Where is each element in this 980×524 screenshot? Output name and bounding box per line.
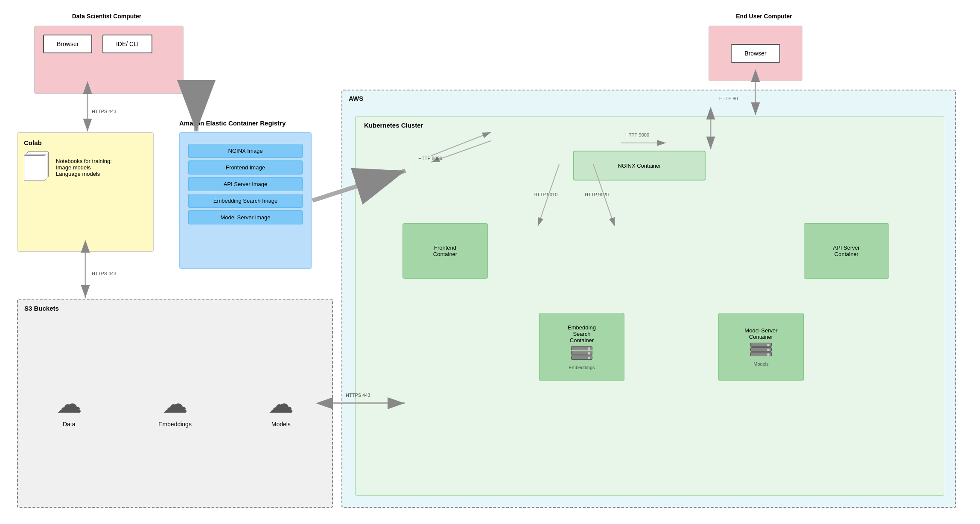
s3-models-label: Models xyxy=(268,421,294,428)
https-443-s3-label: HTTPS 443 xyxy=(346,393,370,398)
api-server-container: API Server Container xyxy=(804,223,889,279)
data-scientist-label: Data Scientist Computer xyxy=(51,13,162,20)
http-9010-label: HTTP 9010 xyxy=(534,192,557,197)
s3-buckets: ☁ Data ☁ Embeddings ☁ Models xyxy=(18,325,332,491)
s3-region: S3 Buckets ☁ Data ☁ Embeddings ☁ Models xyxy=(17,299,333,508)
embedding-container: Embedding Search Container Embeddings xyxy=(539,313,624,381)
aws-region: AWS Kubernetes Cluster NGINX Container F… xyxy=(341,90,956,508)
ecr-label: Amazon Elastic Container Registry xyxy=(179,119,286,127)
s3-embeddings: ☁ Embeddings xyxy=(158,389,192,428)
models-storage-label: Models xyxy=(753,361,768,367)
end-user-label: End User Computer xyxy=(709,13,820,20)
embedding-container-label: Embedding Search Container xyxy=(568,324,596,344)
end-user-computer-box: Browser xyxy=(709,26,802,81)
k8s-label: Kubernetes Cluster xyxy=(364,122,423,129)
model-server-container-label: Model Server Container xyxy=(744,327,777,340)
diagram-container: Data Scientist Computer Browser IDE/ CLI… xyxy=(0,0,980,524)
model-server-icon xyxy=(750,342,772,359)
s3-label: S3 Buckets xyxy=(24,305,59,312)
data-scientist-computer-box: Browser IDE/ CLI xyxy=(34,26,184,94)
colab-label: Colab xyxy=(24,139,147,146)
ide-box: IDE/ CLI xyxy=(102,35,152,53)
ecr-nginx: NGINX Image xyxy=(188,144,303,158)
http-80-label: HTTP 80 xyxy=(719,96,738,101)
nginx-container: NGINX Container xyxy=(573,151,706,180)
ecr-api-server: API Server Image xyxy=(188,177,303,191)
https-443-colab-label: HTTPS 443 xyxy=(92,271,116,276)
cloud-models-icon: ☁ xyxy=(268,390,294,418)
ecr-box: NGINX Image Frontend Image API Server Im… xyxy=(179,132,312,269)
frontend-container: Frontend Container xyxy=(402,223,488,279)
model-server-container: Model Server Container Models xyxy=(718,313,804,381)
cloud-embeddings-icon: ☁ xyxy=(162,390,188,418)
https-443-ds-label: HTTPS 443 xyxy=(92,109,116,114)
notebook-stack-icon xyxy=(24,151,50,181)
http-9020-label: HTTP 9020 xyxy=(585,192,609,197)
k8s-cluster: Kubernetes Cluster NGINX Container Front… xyxy=(355,116,944,496)
s3-embeddings-label: Embeddings xyxy=(158,421,192,428)
colab-box: Colab Notebooks for training: Image mode… xyxy=(17,132,154,252)
api-server-container-label: API Server Container xyxy=(833,245,860,257)
browser-box-ds: Browser xyxy=(43,35,92,53)
http-9000-label: HTTP 9000 xyxy=(625,132,649,137)
ecr-embedding-search: Embedding Search Image xyxy=(188,194,303,208)
nginx-container-label: NGINX Container xyxy=(618,163,661,169)
http-8000-label: HTTP 8000 xyxy=(418,156,442,161)
frontend-container-label: Frontend Container xyxy=(433,245,457,257)
embedding-server-icon xyxy=(571,346,592,363)
s3-models: ☁ Models xyxy=(268,389,294,428)
ecr-frontend: Frontend Image xyxy=(188,160,303,175)
embeddings-storage-label: Embeddings xyxy=(569,365,595,370)
colab-content: Notebooks for training: Image models Lan… xyxy=(56,158,112,177)
s3-data: ☁ Data xyxy=(56,389,82,428)
s3-data-label: Data xyxy=(56,421,82,428)
ecr-model-server: Model Server Image xyxy=(188,210,303,224)
aws-label: AWS xyxy=(349,95,363,102)
cloud-data-icon: ☁ xyxy=(56,390,82,418)
browser-box-eu: Browser xyxy=(731,44,780,63)
